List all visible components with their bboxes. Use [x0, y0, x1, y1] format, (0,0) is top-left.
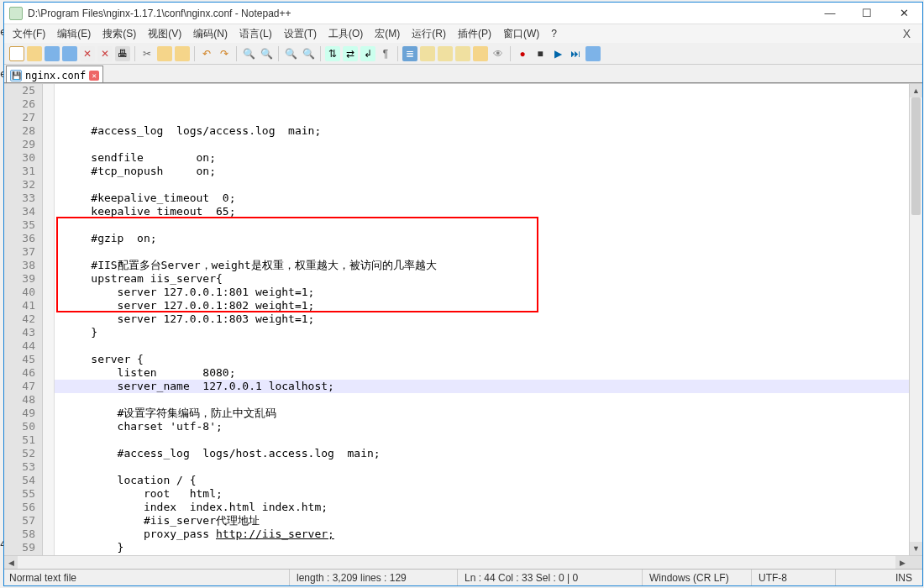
menubar: 文件(F) 编辑(E) 搜索(S) 视图(V) 编码(N) 语言(L) 设置(T… [4, 24, 922, 43]
toolbar: ✕ ✕ 🖶 ✂ ↶ ↷ 🔍 🔍 🔍 🔍 ⇅ ⇄ ↲ ¶ ≣ 👁 ● ■ ▶ ⏭ [4, 43, 922, 65]
paste-icon[interactable] [175, 46, 190, 61]
toolbar-sep [134, 46, 135, 61]
menu-plugins[interactable]: 插件(P) [453, 25, 496, 43]
menu-tools[interactable]: 工具(O) [323, 25, 368, 43]
status-length: length : 3,209 lines : 129 [290, 570, 458, 585]
statusbar: Normal text file length : 3,209 lines : … [4, 569, 922, 585]
file-tab-icon: 💾 [10, 70, 22, 81]
menu-view[interactable]: 视图(V) [143, 25, 186, 43]
copy-icon[interactable] [157, 46, 172, 61]
play-multi-icon[interactable]: ⏭ [568, 46, 583, 61]
toolbar-sep [510, 46, 511, 61]
horizontal-scrollbar[interactable]: ◀ ▶ [4, 555, 922, 569]
menu-encoding[interactable]: 编码(N) [188, 25, 233, 43]
close-button[interactable]: ✕ [885, 3, 922, 24]
indent-guide-icon[interactable]: ≣ [402, 46, 417, 61]
vertical-scrollbar[interactable]: ▲ ▼ [909, 84, 922, 555]
titlebar[interactable]: D:\Program Files\nginx-1.17.1\conf\nginx… [4, 3, 922, 24]
func-list-icon[interactable] [455, 46, 470, 61]
close-file-icon[interactable]: ✕ [80, 46, 95, 61]
scroll-thumb[interactable] [911, 97, 921, 215]
print-icon[interactable]: 🖶 [115, 46, 130, 61]
app-icon [9, 7, 23, 20]
menu-file[interactable]: 文件(F) [8, 25, 50, 43]
scroll-up-icon[interactable]: ▲ [910, 84, 922, 97]
save-all-icon[interactable] [62, 46, 77, 61]
fold-margin[interactable] [43, 84, 55, 555]
menu-settings[interactable]: 设置(T) [279, 25, 322, 43]
toolbar-sep [278, 46, 279, 61]
tabbar: 💾 nginx.conf ✕ [4, 65, 922, 83]
status-eol[interactable]: Windows (CR LF) [643, 570, 752, 585]
scroll-down-icon[interactable]: ▼ [910, 542, 922, 555]
menu-run[interactable]: 运行(R) [407, 25, 451, 43]
record-macro-icon[interactable]: ● [515, 46, 530, 61]
file-tab[interactable]: 💾 nginx.conf ✕ [6, 66, 103, 82]
line-number-gutter: 2526272829303132333435363738394041424344… [4, 84, 43, 555]
replace-icon[interactable]: 🔍 [259, 46, 274, 61]
window-title: D:\Program Files\nginx-1.17.1\conf\nginx… [28, 8, 811, 19]
scroll-left-icon[interactable]: ◀ [4, 556, 18, 569]
monitor-icon[interactable]: 👁 [491, 46, 506, 61]
toolbar-sep [397, 46, 398, 61]
scroll-corner [909, 556, 922, 569]
find-icon[interactable]: 🔍 [241, 46, 256, 61]
new-file-icon[interactable] [9, 46, 24, 61]
sync-h-icon[interactable]: ⇄ [343, 46, 358, 61]
file-tab-label: nginx.conf [25, 70, 86, 81]
play-macro-icon[interactable]: ▶ [550, 46, 565, 61]
scroll-right-icon[interactable]: ▶ [895, 556, 909, 569]
userlang-icon[interactable] [420, 46, 435, 61]
wrap-icon[interactable]: ↲ [360, 46, 375, 61]
status-insert-mode[interactable]: INS [836, 570, 922, 585]
maximize-button[interactable]: ☐ [848, 3, 885, 24]
save-icon[interactable] [45, 46, 60, 61]
allchars-icon[interactable]: ¶ [378, 46, 393, 61]
menu-language[interactable]: 语言(L) [234, 25, 277, 43]
code-area[interactable]: #access_log logs/access.log main; sendfi… [55, 84, 909, 555]
menu-macro[interactable]: 宏(M) [370, 25, 405, 43]
status-filetype: Normal text file [4, 570, 290, 585]
close-all-icon[interactable]: ✕ [97, 46, 113, 61]
toolbar-sep [236, 46, 237, 61]
status-position: Ln : 44 Col : 33 Sel : 0 | 0 [458, 570, 643, 585]
toolbar-sep [194, 46, 195, 61]
doc-map-icon[interactable] [438, 46, 453, 61]
status-encoding[interactable]: UTF-8 [752, 570, 836, 585]
stop-macro-icon[interactable]: ■ [533, 46, 548, 61]
menu-edit[interactable]: 编辑(E) [52, 25, 96, 43]
save-macro-icon[interactable] [585, 46, 601, 61]
file-tab-close-icon[interactable]: ✕ [89, 71, 99, 81]
folder-icon[interactable] [473, 46, 488, 61]
sync-v-icon[interactable]: ⇅ [325, 46, 340, 61]
cut-icon[interactable]: ✂ [139, 46, 155, 61]
redo-icon[interactable]: ↷ [217, 46, 232, 61]
menu-x[interactable]: X [895, 27, 919, 40]
menu-help[interactable]: ? [546, 26, 562, 41]
menu-search[interactable]: 搜索(S) [97, 25, 141, 43]
undo-icon[interactable]: ↶ [199, 46, 214, 61]
open-file-icon[interactable] [27, 46, 42, 61]
minimize-button[interactable]: — [811, 3, 848, 24]
zoom-in-icon[interactable]: 🔍 [283, 46, 298, 61]
toolbar-sep [320, 46, 321, 61]
hscroll-track[interactable] [18, 556, 895, 569]
editor: 2526272829303132333435363738394041424344… [4, 83, 922, 555]
app-window: D:\Program Files\nginx-1.17.1\conf\nginx… [3, 2, 923, 586]
menu-window[interactable]: 窗口(W) [498, 25, 544, 43]
zoom-out-icon[interactable]: 🔍 [301, 46, 316, 61]
